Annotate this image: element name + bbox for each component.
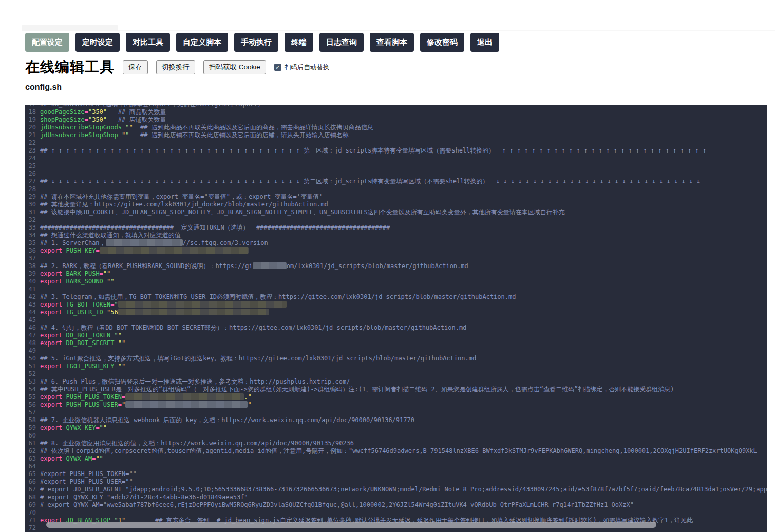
code-line-content: # export QYWX_KEY="adcb27d1-28c4-4abb-8e… — [40, 493, 767, 501]
toggle-wrap-button[interactable]: 切换换行 — [156, 60, 195, 74]
code-line: 65#export PUSH_PLUS_TOKEN="" — [25, 470, 767, 478]
code-line-content: #################################### 定义通… — [40, 224, 767, 232]
line-number: 44 — [25, 309, 40, 316]
code-line-content: jdUnsubscribeStopGoods="" ## 遇到此商品不再取关此商… — [40, 124, 767, 131]
code-line: 38## 2. BARK，教程（看BARK_PUSH和BARK_SOUND的说明… — [25, 262, 767, 270]
line-number: 35 — [25, 239, 40, 247]
nav-button-3[interactable]: 自定义脚本 — [176, 33, 228, 52]
code-line: 70 — [25, 509, 767, 517]
nav-button-6[interactable]: 日志查询 — [319, 33, 364, 52]
code-line: 57 — [25, 409, 767, 416]
code-line-content: ## 想通过什么渠道收取通知，就填入对应渠道的值 — [40, 232, 767, 239]
code-line: 33#################################### 定… — [25, 224, 767, 232]
code-line: 27## ↓ ↓ ↓ ↓ ↓ ↓ ↓ ↓ ↓ ↓ ↓ ↓ ↓ ↓ ↓ ↓ ↓ ↓… — [25, 178, 767, 185]
line-number: 33 — [25, 224, 40, 232]
line-number: 26 — [25, 170, 40, 178]
line-number: 53 — [25, 378, 40, 386]
nav-button-7[interactable]: 查看脚本 — [370, 33, 414, 52]
code-line: 45 — [25, 316, 767, 324]
line-number: 55 — [25, 393, 40, 401]
redacted-blur — [125, 393, 244, 400]
line-number: 60 — [25, 432, 40, 440]
code-line-content: goodPageSize="350" ## 商品取关数量 — [40, 108, 767, 116]
code-line-content: ## 5. iGot聚合推送，支持多方式推送，填写iGot的推送key。教程：h… — [40, 355, 767, 363]
nav-button-5[interactable]: 终端 — [285, 33, 313, 52]
page-title: 在线编辑工具 — [25, 58, 115, 77]
editor-header: 在线编辑工具 保存 切换换行 扫码获取 Cookie ✓ 扫码后自动替换 — [25, 58, 329, 77]
line-number: 34 — [25, 232, 40, 239]
redacted-blur — [118, 301, 287, 308]
line-number: 62 — [25, 447, 40, 455]
code-line: 64 — [25, 463, 767, 470]
code-line: 61## 8. 企业微信应用消息推送的值，文档：https://work.wei… — [25, 440, 767, 447]
save-button[interactable]: 保存 — [123, 60, 148, 74]
nav-button-1[interactable]: 定时设定 — [75, 33, 120, 52]
line-number: 42 — [25, 293, 40, 301]
redacted-blur — [106, 239, 183, 246]
code-line: 44export TG_USER_ID="56 — [25, 309, 767, 316]
code-line-content: ## 该链接中除JD_COOKIE、JD_BEAN_SIGN_STOP_NOTI… — [40, 208, 767, 216]
code-line-content: ## 8. 企业微信应用消息推送的值，文档：https://work.weixi… — [40, 440, 767, 447]
line-number: 40 — [25, 278, 40, 286]
line-number: 29 — [25, 193, 40, 201]
code-line: 22 — [25, 139, 767, 147]
code-line-content — [40, 155, 767, 162]
nav-button-0[interactable]: 配置设定 — [25, 33, 69, 52]
file-name-label: config.sh — [25, 83, 62, 92]
code-line-content: ## 1. ServerChan，//sc.ftqq.com/3.version — [40, 239, 767, 247]
code-line-content: export TG_USER_ID="56 — [40, 309, 767, 316]
nav-button-9[interactable]: 退出 — [470, 33, 499, 52]
code-line-content — [40, 216, 767, 224]
code-line: 26 — [25, 170, 767, 178]
code-line: 30## 其他变量详见：https://gitee.com/lxk0301/jd… — [25, 201, 767, 208]
code-line-content: export PUSH_KEY= — [40, 247, 767, 255]
code-line: 39export BARK_PUSH="" — [25, 270, 767, 278]
line-number: 28 — [25, 185, 40, 193]
code-line-content: ## ↑ ↑ ↑ ↑ ↑ ↑ ↑ ↑ ↑ ↑ ↑ ↑ ↑ ↑ ↑ ↑ ↑ ↑ ↑… — [40, 147, 767, 155]
code-line-content — [40, 409, 767, 416]
code-line: 46## 4. 钉钉，教程（看DD_BOT_TOKEN和DD_BOT_SECRE… — [25, 324, 767, 332]
code-line: 53## 6. Push Plus，微信扫码登录后一对一推送或一对多推送，参考文… — [25, 378, 767, 386]
code-line-content: ## 2. BARK，教程（看BARK_PUSH和BARK_SOUND的说明）：… — [40, 262, 767, 270]
line-number: 57 — [25, 409, 40, 416]
code-line: 34## 想通过什么渠道收取通知，就填入对应渠道的值 — [25, 232, 767, 239]
code-line-content: export PUSH_PLUS_TOKEN=." — [40, 393, 767, 401]
code-line-content: export TG_BOT_TOKEN=" — [40, 301, 767, 309]
line-number: 47 — [25, 332, 40, 339]
code-line-content: export DD_BOT_SECRET="" — [40, 339, 767, 347]
horizontal-scrollbar-thumb[interactable] — [46, 522, 656, 528]
code-line: 25 — [25, 162, 767, 170]
scan-cookie-button[interactable]: 扫码获取 Cookie — [203, 60, 266, 74]
line-number: 18 — [25, 108, 40, 116]
code-line-content: shopPageSize="350" ## 店铺取关数量 — [40, 116, 767, 124]
code-line: 63export QYWX_AM="" — [25, 455, 767, 463]
code-line: 48export DD_BOT_SECRET="" — [25, 339, 767, 347]
code-line: 51export IGOT_PUSH_KEY="" — [25, 363, 767, 370]
nav-button-4[interactable]: 手动执行 — [234, 33, 278, 52]
line-number: 61 — [25, 440, 40, 447]
code-line: 42## 3. Telegram，如需使用，TG_BOT_TOKEN和TG_US… — [25, 293, 767, 301]
code-line-content — [40, 432, 767, 440]
redacted-blur — [253, 262, 287, 269]
code-line: 31## 该链接中除JD_COOKIE、JD_BEAN_SIGN_STOP_NO… — [25, 208, 767, 216]
auto-replace-checkbox[interactable]: ✓ — [274, 64, 281, 71]
code-lines: 17## UN_SUBSCRIBES（选填，由脚本会export，无需在conf… — [25, 105, 767, 532]
code-line-content — [40, 509, 767, 517]
line-number: 19 — [25, 116, 40, 124]
code-line: 32 — [25, 216, 767, 224]
code-line-content: #export PUSH_PLUS_TOKEN="" — [40, 470, 767, 478]
line-number: 70 — [25, 509, 40, 517]
line-number: 39 — [25, 270, 40, 278]
nav-button-2[interactable]: 对比工具 — [126, 33, 170, 52]
line-number: 54 — [25, 386, 40, 393]
line-number: 52 — [25, 370, 40, 378]
page-divider-line — [118, 30, 775, 31]
code-line: 60 — [25, 432, 767, 440]
line-number: 31 — [25, 208, 40, 216]
code-line-content: ## 4. 钉钉，教程（看DD_BOT_TOKEN和DD_BOT_SECRET部… — [40, 324, 767, 332]
nav-button-8[interactable]: 修改密码 — [420, 33, 464, 52]
code-editor[interactable]: 17## UN_SUBSCRIBES（选填，由脚本会export，无需在conf… — [25, 105, 767, 532]
code-line: 56export PUSH_PLUS_USER="" — [25, 401, 767, 409]
code-line: 66#export PUSH_PLUS_USER="" — [25, 478, 767, 486]
auto-replace-label: 扫码后自动替换 — [285, 63, 330, 72]
